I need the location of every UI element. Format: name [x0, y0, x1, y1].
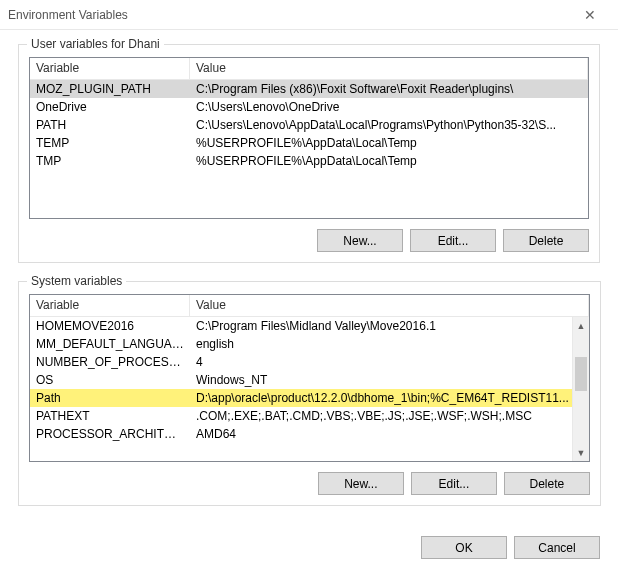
- table-row[interactable]: TMP%USERPROFILE%\AppData\Local\Temp: [30, 152, 588, 170]
- table-row[interactable]: MOZ_PLUGIN_PATHC:\Program Files (x86)\Fo…: [30, 80, 588, 98]
- user-delete-button[interactable]: Delete: [503, 229, 589, 252]
- table-row[interactable]: OSWindows_NT: [30, 371, 589, 389]
- cell-variable: PATH: [30, 116, 190, 134]
- titlebar: Environment Variables ✕: [0, 0, 618, 30]
- cell-value: C:\Users\Lenovo\OneDrive: [190, 98, 588, 116]
- user-edit-button[interactable]: Edit...: [410, 229, 496, 252]
- system-list-header: Variable Value: [30, 295, 589, 317]
- table-row[interactable]: PROCESSOR_ARCHITECTUREAMD64: [30, 425, 589, 443]
- table-row[interactable]: PATHC:\Users\Lenovo\AppData\Local\Progra…: [30, 116, 588, 134]
- scroll-up-icon[interactable]: ▲: [573, 317, 589, 334]
- scroll-down-icon[interactable]: ▼: [573, 444, 589, 461]
- table-row[interactable]: HOMEMOVE2016C:\Program Files\Midland Val…: [30, 317, 589, 335]
- cell-variable: MOZ_PLUGIN_PATH: [30, 80, 190, 98]
- user-new-button[interactable]: New...: [317, 229, 403, 252]
- scrollbar[interactable]: ▲ ▼: [572, 317, 589, 461]
- system-new-button[interactable]: New...: [318, 472, 404, 495]
- col-header-variable[interactable]: Variable: [30, 58, 190, 79]
- cell-value: D:\app\oracle\product\12.2.0\dbhome_1\bi…: [190, 389, 589, 407]
- table-row[interactable]: NUMBER_OF_PROCESSORS4: [30, 353, 589, 371]
- system-button-row: New... Edit... Delete: [29, 472, 590, 495]
- user-variables-list[interactable]: Variable Value MOZ_PLUGIN_PATHC:\Program…: [29, 57, 589, 219]
- cell-value: Windows_NT: [190, 371, 589, 389]
- col-header-value[interactable]: Value: [190, 58, 588, 79]
- user-variables-group: User variables for Dhani Variable Value …: [18, 44, 600, 263]
- cell-value: 4: [190, 353, 589, 371]
- cell-variable: TEMP: [30, 134, 190, 152]
- system-delete-button[interactable]: Delete: [504, 472, 590, 495]
- window-title: Environment Variables: [8, 8, 570, 22]
- user-list-header: Variable Value: [30, 58, 588, 80]
- cell-variable: Path: [30, 389, 190, 407]
- table-row[interactable]: MM_DEFAULT_LANGUAGEenglish: [30, 335, 589, 353]
- system-variables-list[interactable]: Variable Value HOMEMOVE2016C:\Program Fi…: [29, 294, 590, 462]
- cell-value: C:\Program Files (x86)\Foxit Software\Fo…: [190, 80, 588, 98]
- cell-value: %USERPROFILE%\AppData\Local\Temp: [190, 152, 588, 170]
- user-group-label: User variables for Dhani: [27, 37, 164, 51]
- system-list-body: HOMEMOVE2016C:\Program Files\Midland Val…: [30, 317, 589, 461]
- table-row[interactable]: PATHEXT.COM;.EXE;.BAT;.CMD;.VBS;.VBE;.JS…: [30, 407, 589, 425]
- cell-variable: HOMEMOVE2016: [30, 317, 190, 335]
- cell-variable: MM_DEFAULT_LANGUAGE: [30, 335, 190, 353]
- col-header-variable[interactable]: Variable: [30, 295, 190, 316]
- cell-value: C:\Users\Lenovo\AppData\Local\Programs\P…: [190, 116, 588, 134]
- table-row[interactable]: TEMP%USERPROFILE%\AppData\Local\Temp: [30, 134, 588, 152]
- cancel-button[interactable]: Cancel: [514, 536, 600, 559]
- cell-value: .COM;.EXE;.BAT;.CMD;.VBS;.VBE;.JS;.JSE;.…: [190, 407, 589, 425]
- cell-value: AMD64: [190, 425, 589, 443]
- cell-variable: NUMBER_OF_PROCESSORS: [30, 353, 190, 371]
- dialog-footer: OK Cancel: [0, 536, 618, 573]
- cell-value: %USERPROFILE%\AppData\Local\Temp: [190, 134, 588, 152]
- user-list-body: MOZ_PLUGIN_PATHC:\Program Files (x86)\Fo…: [30, 80, 588, 218]
- ok-button[interactable]: OK: [421, 536, 507, 559]
- system-variables-group: System variables Variable Value HOMEMOVE…: [18, 281, 601, 506]
- cell-variable: OneDrive: [30, 98, 190, 116]
- system-group-label: System variables: [27, 274, 126, 288]
- close-icon[interactable]: ✕: [570, 1, 610, 29]
- table-row[interactable]: OneDriveC:\Users\Lenovo\OneDrive: [30, 98, 588, 116]
- cell-variable: TMP: [30, 152, 190, 170]
- cell-value: C:\Program Files\Midland Valley\Move2016…: [190, 317, 589, 335]
- dialog-content: User variables for Dhani Variable Value …: [0, 30, 618, 536]
- col-header-value[interactable]: Value: [190, 295, 589, 316]
- user-button-row: New... Edit... Delete: [29, 229, 589, 252]
- cell-variable: PATHEXT: [30, 407, 190, 425]
- scroll-thumb[interactable]: [575, 357, 587, 391]
- table-row[interactable]: PathD:\app\oracle\product\12.2.0\dbhome_…: [30, 389, 589, 407]
- cell-value: english: [190, 335, 589, 353]
- system-edit-button[interactable]: Edit...: [411, 472, 497, 495]
- cell-variable: PROCESSOR_ARCHITECTURE: [30, 425, 190, 443]
- cell-variable: OS: [30, 371, 190, 389]
